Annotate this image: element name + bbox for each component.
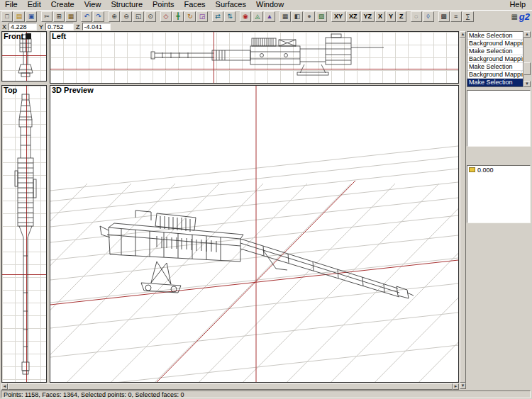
menu-edit[interactable]: Edit — [23, 0, 46, 10]
scroll-left-button[interactable]: ◄ — [1, 383, 8, 390]
toolbar-button-textured[interactable]: ▨ — [316, 11, 327, 22]
coordinate-bar: X Y Z — [0, 23, 532, 30]
menu-view[interactable]: View — [79, 0, 106, 10]
viewport-top[interactable]: Top — [1, 85, 47, 383]
value-list-panel[interactable]: 0.000 — [467, 165, 531, 223]
toolbar-button-undo[interactable]: ↶ — [81, 11, 92, 22]
scroll-right-button[interactable]: ► — [453, 383, 459, 390]
history-scroll-thumb[interactable] — [523, 62, 531, 75]
perspective-grid — [50, 146, 458, 382]
history-scrollbar[interactable]: ▲ ▼ — [523, 31, 531, 87]
toolbar-button-open[interactable]: ▤ — [13, 11, 25, 22]
toolbar-button-view-xy[interactable]: XY — [331, 11, 345, 22]
menu-points[interactable]: Points — [148, 0, 179, 10]
viewport-front[interactable]: Front — [1, 31, 47, 82]
secondary-list-panel[interactable] — [467, 90, 531, 147]
wireframe-top-view — [2, 86, 46, 382]
toolbar-button-wireframe[interactable]: ▦ — [279, 11, 291, 22]
left-viewport-title: Left — [52, 32, 66, 40]
history-item[interactable]: Make Selection — [467, 32, 523, 40]
toolbar-button-cut[interactable]: ✂ — [41, 11, 52, 22]
value-item-label: 0.000 — [477, 167, 494, 174]
coordinate-y-label: Y — [39, 23, 43, 30]
toolbar-button-hide[interactable]: ◌ — [411, 11, 422, 22]
menu-window[interactable]: Window — [251, 0, 289, 10]
history-item[interactable]: Background Mapping — [467, 55, 523, 63]
toolbar-button-zoom-in[interactable]: ⊕ — [109, 11, 120, 22]
toolbar-button-view-x[interactable]: X — [375, 11, 385, 22]
history-item[interactable]: Make Selection — [467, 79, 523, 86]
toolbar-button-zoom-region[interactable]: ◱ — [133, 11, 144, 22]
history-scroll-up-button[interactable]: ▲ — [523, 31, 531, 38]
menu-surfaces[interactable]: Surfaces — [211, 0, 251, 10]
toolbar-button-select[interactable]: ◇ — [160, 11, 172, 22]
toolbar-button-view-yz[interactable]: YZ — [361, 11, 375, 22]
workspace-vertical-scrollbar[interactable]: ▲ ▼ — [460, 31, 466, 389]
toolbar-button-view-xz[interactable]: XZ — [346, 11, 360, 22]
toolbar-button-save[interactable]: ▣ — [26, 11, 37, 22]
toolbar-button-render[interactable]: ▩ — [438, 11, 450, 22]
toolbar-button-zoom-extents[interactable]: ⊙ — [145, 11, 156, 22]
menu-help[interactable]: Help — [503, 0, 532, 10]
top-viewport-title: Top — [4, 86, 17, 94]
status-bar: Points: 1158, Faces: 1364, Selected poin… — [0, 390, 532, 399]
toolbar-button-weld[interactable]: ◉ — [240, 11, 251, 22]
toolbar-button-flip-vertical[interactable]: ⇅ — [224, 11, 235, 22]
toolbar-button-redo[interactable]: ↷ — [93, 11, 104, 22]
toolbar-buttons: □▤▣✂⊞▦↶↷⊕⊖◱⊙◇╋↻◲⇄⇅◉◬▲▦◧●▨XYXZYZXYZ◌◊▩≡∑ — [1, 11, 475, 22]
app-logo: ▦ g2 — [511, 11, 530, 22]
toolbar-button-new[interactable]: □ — [1, 11, 13, 22]
menu-file[interactable]: File — [0, 0, 23, 10]
toolbar-button-scale[interactable]: ◲ — [196, 11, 208, 22]
toolbar-button-flat-shaded[interactable]: ◧ — [292, 11, 303, 22]
history-list[interactable]: Make SelectionBackground MappingMake Sel… — [467, 31, 523, 87]
history-item[interactable]: Make Selection — [467, 47, 523, 55]
viewport-marker-icon[interactable] — [26, 33, 31, 39]
menu-faces[interactable]: Faces — [179, 0, 211, 10]
toolbar-button-subdivide[interactable]: ◬ — [252, 11, 263, 22]
viewport-left[interactable]: Left — [50, 31, 459, 84]
toolbar-button-extrude[interactable]: ▲ — [264, 11, 275, 22]
horizontal-scroll-thumb[interactable] — [8, 383, 453, 390]
workspace: Front — [0, 30, 532, 390]
toolbar-button-paste[interactable]: ▦ — [65, 11, 77, 22]
scroll-up-button[interactable]: ▲ — [460, 31, 466, 38]
menu-items: FileEditCreateViewStructurePointsFacesSu… — [0, 0, 289, 10]
toolbar-button-rotate[interactable]: ↻ — [184, 11, 196, 22]
coordinate-y-input[interactable] — [45, 23, 74, 30]
toolbar-button-move[interactable]: ╋ — [172, 11, 184, 22]
menu-create[interactable]: Create — [46, 0, 79, 10]
history-item[interactable]: Background Mapping — [467, 71, 523, 79]
toolbar: □▤▣✂⊞▦↶↷⊕⊖◱⊙◇╋↻◲⇄⇅◉◬▲▦◧●▨XYXZYZXYZ◌◊▩≡∑ … — [0, 10, 532, 23]
app: { "menu": { "items": ["File","Edit","Cre… — [0, 0, 532, 399]
toolbar-button-view-y[interactable]: Y — [386, 11, 396, 22]
coordinate-x-label: X — [2, 23, 6, 30]
wireframe-model-3d — [100, 210, 414, 298]
toolbar-button-smooth-shaded[interactable]: ● — [304, 11, 315, 22]
scroll-down-button[interactable]: ▼ — [460, 383, 466, 389]
toolbar-button-zoom-out[interactable]: ⊖ — [121, 11, 132, 22]
menu-structure[interactable]: Structure — [106, 0, 148, 10]
vertical-scroll-thumb[interactable] — [460, 38, 466, 383]
workspace-horizontal-scrollbar[interactable]: ◄ ► — [1, 383, 459, 390]
history-item[interactable]: Make Selection — [467, 63, 523, 71]
toolbar-button-flip-horizontal[interactable]: ⇄ — [212, 11, 223, 22]
coordinate-z-input[interactable] — [82, 23, 111, 30]
viewport-3d-preview[interactable]: 3D Preview — [50, 85, 459, 383]
history-item[interactable]: Background Mapping — [467, 40, 523, 47]
history-scroll-down-button[interactable]: ▼ — [523, 81, 531, 87]
front-viewport-title: Front — [4, 32, 31, 40]
value-item[interactable]: 0.000 — [467, 166, 530, 174]
toolbar-button-copy[interactable]: ⊞ — [53, 11, 65, 22]
status-text: Points: 1158, Faces: 1364, Selected poin… — [1, 390, 531, 398]
3d-preview-canvas — [50, 86, 458, 382]
toolbar-button-preferences[interactable]: ≡ — [450, 11, 462, 22]
toolbar-button-view-z[interactable]: Z — [397, 11, 406, 22]
logo-grid-icon: ▦ — [511, 13, 517, 21]
menu-bar: FileEditCreateViewStructurePointsFacesSu… — [0, 0, 532, 10]
tag-icon — [469, 167, 475, 172]
coordinate-x-input[interactable] — [9, 23, 37, 30]
toolbar-button-snap[interactable]: ◊ — [423, 11, 434, 22]
toolbar-button-statistics[interactable]: ∑ — [462, 11, 474, 22]
coordinate-z-label: Z — [76, 23, 80, 30]
